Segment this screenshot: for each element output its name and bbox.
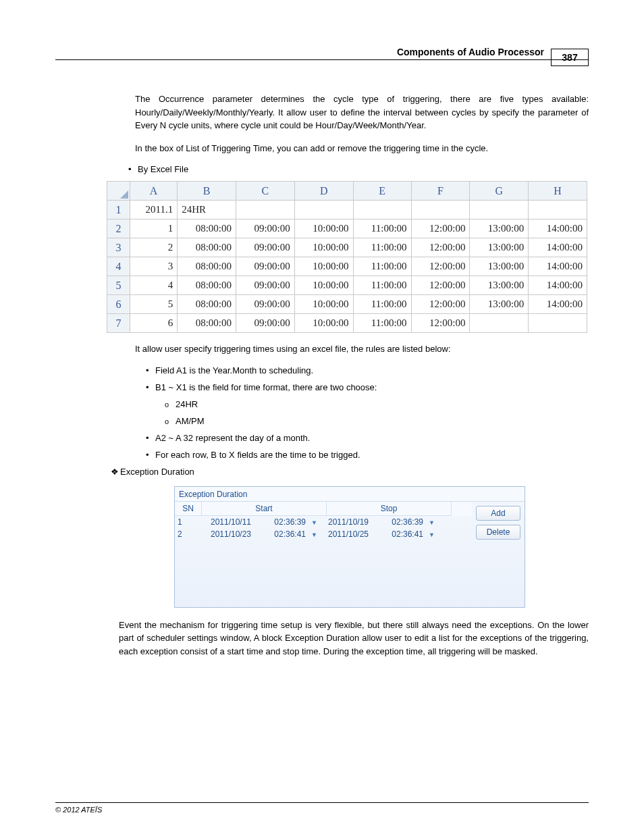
excel-cell[interactable]: 2011.1: [130, 201, 178, 219]
exception-stop-time[interactable]: 02:36:41: [377, 529, 426, 539]
dropdown-icon[interactable]: ▼: [426, 517, 437, 527]
excel-cell[interactable]: 12:00:00: [411, 257, 470, 276]
paragraph-exception: Event the mechanism for triggering time …: [55, 619, 589, 658]
excel-cell[interactable]: 08:00:00: [178, 238, 236, 257]
excel-cell[interactable]: 10:00:00: [294, 257, 353, 276]
excel-cell[interactable]: 12:00:00: [411, 276, 470, 295]
rule-ampm: o AM/PM: [55, 416, 589, 426]
exception-start-date[interactable]: 2011/10/23: [202, 529, 260, 539]
circle-bullet-icon: o: [165, 400, 176, 409]
excel-cell[interactable]: 11:00:00: [353, 295, 411, 314]
excel-col-C[interactable]: C: [236, 182, 295, 201]
exception-row[interactable]: 22011/10/2302:36:41▼2011/10/2502:36:41▼: [175, 528, 472, 540]
excel-row-header[interactable]: 4: [107, 257, 130, 276]
exception-start-date[interactable]: 2011/10/11: [202, 517, 260, 527]
excel-cell[interactable]: 11:00:00: [353, 314, 411, 333]
excel-cell[interactable]: [529, 314, 587, 333]
rule-24hr-text: 24HR: [176, 399, 198, 409]
excel-cell[interactable]: 14:00:00: [529, 276, 587, 295]
excel-cell[interactable]: 10:00:00: [294, 295, 353, 314]
excel-cell[interactable]: 09:00:00: [236, 257, 295, 276]
exception-stop-date[interactable]: 2011/10/19: [319, 517, 377, 527]
exception-stop-date[interactable]: 2011/10/25: [319, 529, 377, 539]
excel-cell[interactable]: 6: [130, 314, 178, 333]
excel-cell[interactable]: 12:00:00: [411, 314, 470, 333]
exception-header-stop: Stop: [327, 502, 452, 516]
excel-cell[interactable]: 12:00:00: [411, 295, 470, 314]
excel-cell[interactable]: [294, 201, 353, 219]
excel-cell[interactable]: 08:00:00: [178, 295, 236, 314]
excel-cell[interactable]: 4: [130, 276, 178, 295]
excel-cell[interactable]: [529, 201, 587, 219]
excel-cell[interactable]: [353, 201, 411, 219]
add-button[interactable]: Add: [476, 506, 520, 521]
excel-cell[interactable]: 5: [130, 295, 178, 314]
excel-cell[interactable]: 08:00:00: [178, 257, 236, 276]
dropdown-icon[interactable]: ▼: [426, 529, 437, 539]
page-footer: © 2012 ATEÏS: [55, 802, 589, 814]
bullet-dot-icon: •: [128, 164, 138, 174]
excel-cell[interactable]: [470, 314, 529, 333]
rule-a1-text: Field A1 is the Year.Month to scheduling…: [155, 365, 313, 375]
excel-cell[interactable]: 13:00:00: [470, 219, 529, 238]
excel-row-header[interactable]: 7: [107, 314, 130, 333]
excel-col-B[interactable]: B: [178, 182, 236, 201]
excel-cell[interactable]: 14:00:00: [529, 238, 587, 257]
excel-cell[interactable]: 09:00:00: [236, 238, 295, 257]
bullet-by-excel: • By Excel File: [55, 164, 589, 174]
excel-cell[interactable]: 14:00:00: [529, 219, 587, 238]
excel-cell[interactable]: 12:00:00: [411, 219, 470, 238]
exception-stop-time[interactable]: 02:36:39: [377, 517, 426, 527]
excel-cell[interactable]: 10:00:00: [294, 276, 353, 295]
excel-cell[interactable]: 09:00:00: [236, 276, 295, 295]
excel-row-header[interactable]: 2: [107, 219, 130, 238]
exception-start-time[interactable]: 02:36:41: [260, 529, 308, 539]
dropdown-icon[interactable]: ▼: [308, 529, 319, 539]
excel-cell[interactable]: 13:00:00: [470, 276, 529, 295]
excel-cell[interactable]: 14:00:00: [529, 295, 587, 314]
exception-start-time[interactable]: 02:36:39: [260, 517, 308, 527]
excel-cell[interactable]: 09:00:00: [236, 295, 295, 314]
delete-button[interactable]: Delete: [476, 525, 520, 540]
excel-cell[interactable]: 11:00:00: [353, 276, 411, 295]
exception-row[interactable]: 12011/10/1102:36:39▼2011/10/1902:36:39▼: [175, 516, 472, 528]
excel-col-F[interactable]: F: [411, 182, 470, 201]
excel-cell[interactable]: 08:00:00: [178, 314, 236, 333]
excel-cell[interactable]: 13:00:00: [470, 295, 529, 314]
excel-cell[interactable]: 11:00:00: [353, 238, 411, 257]
excel-cell[interactable]: 24HR: [178, 201, 236, 219]
excel-col-D[interactable]: D: [294, 182, 353, 201]
excel-select-all[interactable]: [107, 182, 130, 201]
excel-cell[interactable]: 11:00:00: [353, 219, 411, 238]
excel-cell[interactable]: [411, 201, 470, 219]
diamond-bullet-icon: ❖: [111, 467, 120, 477]
excel-col-H[interactable]: H: [529, 182, 587, 201]
excel-cell[interactable]: 2: [130, 238, 178, 257]
excel-cell[interactable]: 12:00:00: [411, 238, 470, 257]
excel-col-G[interactable]: G: [470, 182, 529, 201]
excel-cell[interactable]: 11:00:00: [353, 257, 411, 276]
dropdown-icon[interactable]: ▼: [308, 517, 319, 527]
excel-cell[interactable]: 3: [130, 257, 178, 276]
excel-col-A[interactable]: A: [130, 182, 178, 201]
excel-row-header[interactable]: 1: [107, 201, 130, 219]
bullet-by-excel-label: By Excel File: [138, 164, 188, 174]
excel-cell[interactable]: 09:00:00: [236, 219, 295, 238]
excel-row-header[interactable]: 3: [107, 238, 130, 257]
excel-col-E[interactable]: E: [353, 182, 411, 201]
excel-row-header[interactable]: 6: [107, 295, 130, 314]
excel-cell[interactable]: 08:00:00: [178, 219, 236, 238]
excel-cell[interactable]: [470, 201, 529, 219]
excel-cell[interactable]: 13:00:00: [470, 238, 529, 257]
excel-cell[interactable]: 08:00:00: [178, 276, 236, 295]
excel-cell[interactable]: 10:00:00: [294, 219, 353, 238]
excel-cell[interactable]: [236, 201, 295, 219]
excel-cell[interactable]: 09:00:00: [236, 314, 295, 333]
excel-cell[interactable]: 10:00:00: [294, 238, 353, 257]
excel-corner-icon: [120, 190, 128, 199]
excel-cell[interactable]: 10:00:00: [294, 314, 353, 333]
excel-cell[interactable]: 14:00:00: [529, 257, 587, 276]
excel-row-header[interactable]: 5: [107, 276, 130, 295]
excel-cell[interactable]: 13:00:00: [470, 257, 529, 276]
excel-cell[interactable]: 1: [130, 219, 178, 238]
